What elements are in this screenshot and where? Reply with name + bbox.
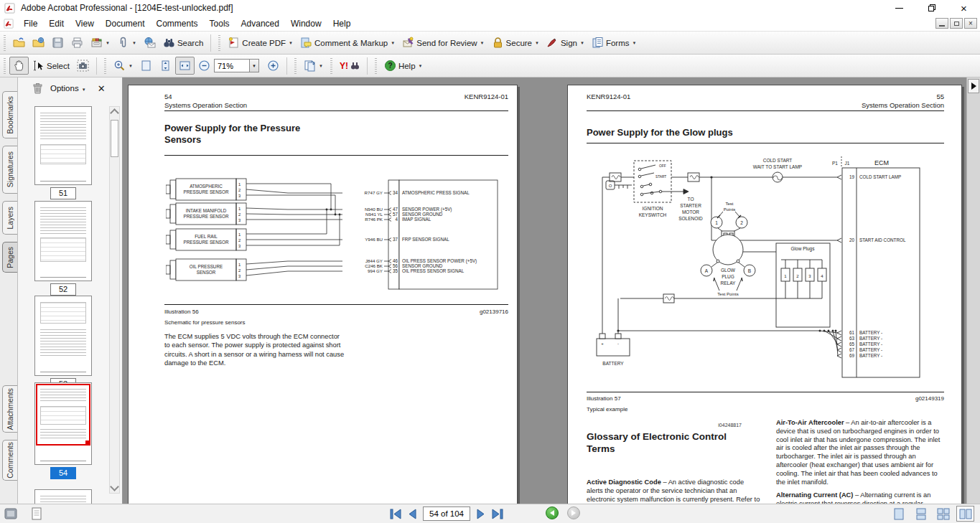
search-button[interactable]: Search (159, 34, 207, 52)
previous-page-button[interactable] (408, 509, 417, 519)
menu-file[interactable]: File (18, 17, 43, 30)
document-close-button[interactable]: × (964, 18, 977, 29)
window-close-button[interactable]: × (948, 0, 980, 16)
previous-view-button[interactable] (546, 506, 559, 519)
organizer-button[interactable]: ▼ (87, 34, 113, 52)
show-panel-button[interactable] (968, 79, 979, 93)
page-thumbnail-53[interactable]: 53 (34, 296, 93, 390)
continuous-page-button[interactable] (912, 506, 930, 522)
trash-icon[interactable] (32, 83, 43, 94)
glow-plug-diagram: COLD START WAIT TO START LAMP IGNITION K… (586, 154, 959, 397)
select-tool-button[interactable]: Select (29, 57, 73, 75)
help-button[interactable]: ?Help▼ (381, 57, 426, 75)
document-restore-button[interactable] (950, 18, 963, 29)
page-thumbnail-54[interactable]: 54 (34, 382, 93, 479)
menu-view[interactable]: View (70, 17, 100, 30)
open-web-button[interactable] (29, 34, 48, 52)
panel-close-button[interactable]: ✕ (98, 83, 106, 94)
status-options-icon[interactable] (4, 507, 17, 520)
illustration-caption: Schematic for pressure sensors (164, 319, 246, 326)
scrollbar-thumb[interactable] (111, 120, 118, 157)
fit-height-icon (159, 60, 172, 72)
actual-size-button[interactable] (136, 57, 156, 75)
thumbnail-view-box (36, 384, 90, 446)
continuous-facing-button[interactable] (934, 506, 952, 522)
toolbar-grip[interactable] (330, 58, 332, 74)
sidebar-tab-layers[interactable]: Layers (2, 201, 17, 235)
document-scrollbar[interactable] (966, 77, 980, 504)
page-display-button[interactable]: ▼ (300, 57, 327, 75)
print-button[interactable] (67, 34, 87, 52)
snapshot-button[interactable] (73, 57, 93, 75)
zoom-level-input[interactable] (214, 59, 250, 72)
zoom-out-button[interactable] (195, 57, 214, 75)
fit-width-button[interactable] (175, 57, 195, 75)
status-page-icon[interactable] (30, 507, 43, 520)
menu-edit[interactable]: Edit (43, 17, 70, 30)
dropdown-arrow-icon: ▼ (82, 88, 86, 92)
scroll-down-icon[interactable] (110, 482, 119, 491)
sign-button[interactable]: Sign▼ (543, 34, 588, 52)
menu-tools[interactable]: Tools (204, 17, 235, 30)
options-menu-button[interactable]: Options ▼ (50, 84, 86, 93)
next-view-button[interactable] (567, 506, 580, 519)
attach-button[interactable]: ▼ (113, 34, 140, 52)
glossary-term: Air-To-Air Aftercooler – An air-to-air a… (776, 419, 946, 486)
toolbar-grip[interactable] (375, 58, 377, 74)
zoom-tool-button[interactable]: ▼ (110, 57, 136, 75)
scroll-up-icon[interactable] (110, 108, 119, 118)
fit-page-button[interactable] (156, 57, 175, 75)
send-for-review-button[interactable]: Send for Review▼ (398, 34, 487, 52)
sidebar-tab-attachments[interactable]: Attachments (2, 385, 17, 433)
sensor-label: PRESSURE SENSOR (184, 189, 229, 194)
last-page-button[interactable] (491, 509, 503, 519)
ecm-signal-label: BATTERY - (859, 330, 882, 335)
menu-document[interactable]: Document (100, 17, 151, 30)
next-page-button[interactable] (476, 509, 485, 519)
plus-circle-icon (267, 60, 279, 72)
send-review-icon (402, 37, 414, 49)
zoom-dropdown-button[interactable]: ▼ (250, 59, 259, 72)
sidebar-tab-pages[interactable]: Pages (2, 242, 17, 273)
menu-comments[interactable]: Comments (151, 17, 204, 30)
comment-markup-button[interactable]: Comment & Markup▼ (297, 34, 398, 52)
page-thumbnail-51[interactable]: 51 (34, 106, 93, 199)
create-pdf-button[interactable]: Create PDF▼ (224, 34, 297, 52)
search-label: Search (177, 39, 203, 47)
page-number-input[interactable] (423, 506, 470, 521)
single-page-button[interactable] (890, 506, 907, 522)
window-restore-button[interactable] (915, 0, 948, 16)
toolbar-grip[interactable] (104, 58, 106, 74)
hand-tool-button[interactable] (9, 57, 29, 75)
minimize-icon (895, 8, 903, 9)
sidebar-tab-bookmarks[interactable]: Bookmarks (2, 91, 17, 138)
document-page-55: KENR9124-01 55 Systems Operation Section… (567, 85, 962, 504)
sidebar-tab-signatures[interactable]: Signatures (2, 146, 17, 194)
tab-label: Bookmarks (6, 96, 14, 134)
menu-window[interactable]: Window (285, 17, 327, 30)
toolbar-grip[interactable] (4, 58, 6, 74)
toolbar-grip[interactable] (294, 58, 297, 74)
toolbar-grip[interactable] (218, 35, 220, 51)
email-button[interactable] (140, 34, 159, 52)
wire-label: 994 GY (368, 268, 383, 273)
yahoo-search-button[interactable]: Y! (336, 58, 363, 74)
first-page-button[interactable] (390, 509, 402, 519)
sidebar-tab-comments[interactable]: Comments (2, 440, 17, 481)
forms-button[interactable]: Forms▼ (588, 34, 640, 52)
open-button[interactable] (9, 34, 29, 52)
facing-pages-button[interactable] (956, 506, 974, 522)
window-minimize-button[interactable] (883, 0, 915, 16)
document-canvas[interactable]: 54 Systems Operation Section KENR9124-01… (123, 77, 980, 504)
solenoid-label: SOLENOID (678, 216, 703, 221)
zoom-in-button[interactable] (263, 57, 283, 75)
secure-button[interactable]: Secure▼ (488, 34, 543, 52)
pages-panel-scrollbar[interactable] (109, 106, 120, 494)
save-button[interactable] (48, 34, 67, 52)
toolbar-grip[interactable] (4, 35, 6, 51)
menu-advanced[interactable]: Advanced (235, 17, 285, 30)
document-minimize-button[interactable] (935, 18, 948, 29)
menu-help[interactable]: Help (327, 17, 357, 30)
secure-label: Secure (506, 39, 532, 47)
page-thumbnail-52[interactable]: 52 (34, 201, 93, 296)
